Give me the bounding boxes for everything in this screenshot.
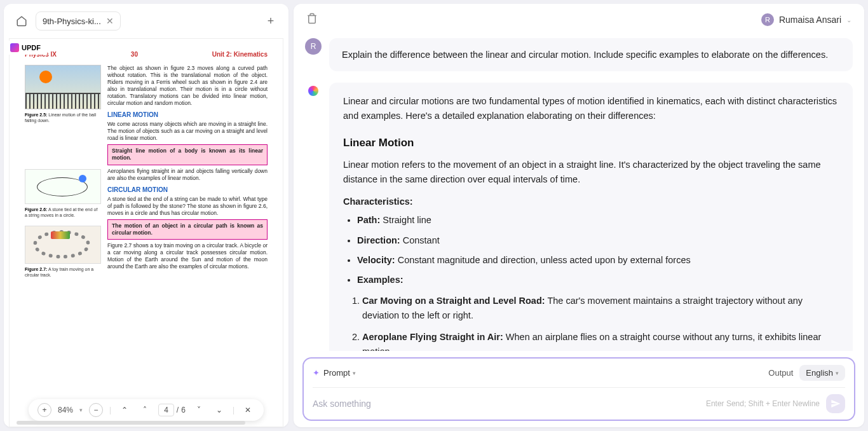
list-item: Velocity: Constant magnitude and directi… bbox=[357, 253, 839, 268]
delete-button[interactable] bbox=[306, 13, 318, 27]
horizontal-scrollbar[interactable] bbox=[17, 421, 258, 427]
first-page-button[interactable]: ⌃ bbox=[118, 403, 132, 417]
home-button[interactable] bbox=[13, 12, 31, 30]
list-item: Examples: bbox=[357, 273, 839, 287]
user-avatar: R bbox=[761, 13, 774, 26]
section-para: Linear motion refers to the movement of … bbox=[343, 158, 839, 187]
figure-2-6 bbox=[25, 169, 101, 204]
chevron-down-icon: ▾ bbox=[836, 370, 839, 376]
pdf-unit: Unit 2: Kinematics bbox=[212, 50, 268, 58]
tabs-bar: 9th-Physics-ki... ✕ + bbox=[4, 4, 288, 38]
pdf-header: Physics IX 30 Unit 2: Kinematics bbox=[25, 50, 268, 58]
current-page-input[interactable]: 4 bbox=[158, 404, 174, 416]
chat-messages[interactable]: R Explain the difference between the lin… bbox=[294, 36, 864, 351]
prompt-selector[interactable]: Prompt ▾ bbox=[323, 368, 356, 378]
list-item: Direction: Constant bbox=[357, 233, 839, 248]
tab-title: 9th-Physics-ki... bbox=[43, 17, 101, 26]
list-item: Car Moving on a Straight and Level Road:… bbox=[362, 294, 839, 323]
output-label: Output bbox=[768, 368, 793, 378]
last-page-button[interactable]: ⌄ bbox=[212, 403, 226, 417]
input-hint: Enter Send; Shift + Enter Newline bbox=[706, 399, 820, 408]
ai-message: Linear and circular motions are two fund… bbox=[329, 83, 853, 351]
input-box: ✦ Prompt ▾ Output English ▾ Enter Send; … bbox=[302, 357, 855, 421]
spark-icon: ✦ bbox=[313, 368, 320, 378]
ai-icon bbox=[308, 86, 318, 96]
pdf-page: Physics IX 30 Unit 2: Kinematics Figure … bbox=[9, 38, 283, 427]
input-options: ✦ Prompt ▾ Output English ▾ bbox=[313, 365, 845, 387]
zoom-out-button[interactable]: − bbox=[89, 403, 103, 417]
zoom-in-button[interactable]: + bbox=[37, 403, 51, 417]
zoom-level: 84% bbox=[58, 406, 73, 414]
user-menu[interactable]: R Rumaisa Ansari ⌄ bbox=[761, 13, 851, 26]
pdf-figures-column: Figure 2.5: Linear motion of the ball fa… bbox=[25, 65, 101, 286]
characteristics-list: Path: Straight line Direction: Constant … bbox=[357, 213, 839, 287]
prev-page-button[interactable]: ˄ bbox=[138, 403, 152, 417]
language-value: English bbox=[806, 368, 833, 378]
send-icon bbox=[831, 399, 841, 409]
pdf-viewport[interactable]: Physics IX 30 Unit 2: Kinematics Figure … bbox=[4, 38, 288, 427]
ai-avatar bbox=[305, 83, 322, 99]
output-settings: Output English ▾ bbox=[768, 365, 845, 381]
page-indicator: 4 / 6 bbox=[158, 404, 186, 416]
characteristics-label: Characteristics: bbox=[343, 195, 839, 209]
user-name: Rumaisa Ansari bbox=[779, 15, 841, 25]
user-message-row: R Explain the difference between the lin… bbox=[305, 38, 853, 71]
user-message: Explain the difference between the linea… bbox=[329, 38, 853, 71]
add-tab-button[interactable]: + bbox=[262, 12, 280, 30]
close-icon[interactable]: ✕ bbox=[106, 16, 114, 26]
next-page-button[interactable]: ˅ bbox=[192, 403, 206, 417]
ai-message-row: Linear and circular motions are two fund… bbox=[305, 83, 853, 351]
updf-logo-icon bbox=[10, 43, 19, 52]
user-avatar: R bbox=[305, 38, 322, 55]
zoom-chevron-icon[interactable]: ▾ bbox=[79, 407, 83, 413]
chevron-down-icon: ▾ bbox=[353, 370, 356, 376]
language-selector[interactable]: English ▾ bbox=[799, 365, 845, 381]
prompt-label: Prompt bbox=[323, 368, 350, 378]
close-toolbar-button[interactable]: ✕ bbox=[241, 403, 255, 417]
chevron-down-icon: ⌄ bbox=[846, 17, 851, 24]
input-area: ✦ Prompt ▾ Output English ▾ Enter Send; … bbox=[294, 351, 864, 427]
pdf-toolbar: + 84% ▾ − | ⌃ ˄ 4 / 6 ˅ ⌄ | ✕ bbox=[29, 399, 264, 421]
chat-header: R Rumaisa Ansari ⌄ bbox=[294, 4, 864, 36]
pdf-page-num: 30 bbox=[131, 50, 138, 58]
pdf-text-column: The object as shown in figure 2.3 moves … bbox=[107, 65, 268, 286]
total-pages: 6 bbox=[181, 406, 186, 414]
chat-input[interactable] bbox=[313, 399, 706, 409]
section-heading: Linear Motion bbox=[343, 134, 839, 151]
examples-list: Car Moving on a Straight and Level Road:… bbox=[362, 294, 839, 351]
ai-intro: Linear and circular motions are two fund… bbox=[343, 94, 839, 123]
chat-panel: R Rumaisa Ansari ⌄ R Explain the differe… bbox=[294, 4, 864, 427]
send-button[interactable] bbox=[826, 394, 845, 413]
figure-2-5 bbox=[25, 65, 101, 109]
input-row: Enter Send; Shift + Enter Newline bbox=[313, 387, 845, 413]
figure-2-7 bbox=[25, 226, 101, 264]
pdf-panel: 9th-Physics-ki... ✕ + UPDF Physics IX 30… bbox=[4, 4, 288, 427]
list-item: Path: Straight line bbox=[357, 213, 839, 228]
updf-watermark: UPDF bbox=[4, 41, 47, 55]
document-tab[interactable]: 9th-Physics-ki... ✕ bbox=[36, 11, 121, 31]
list-item: Aeroplane Flying Straight in Air: When a… bbox=[362, 330, 839, 351]
updf-label: UPDF bbox=[22, 44, 41, 51]
